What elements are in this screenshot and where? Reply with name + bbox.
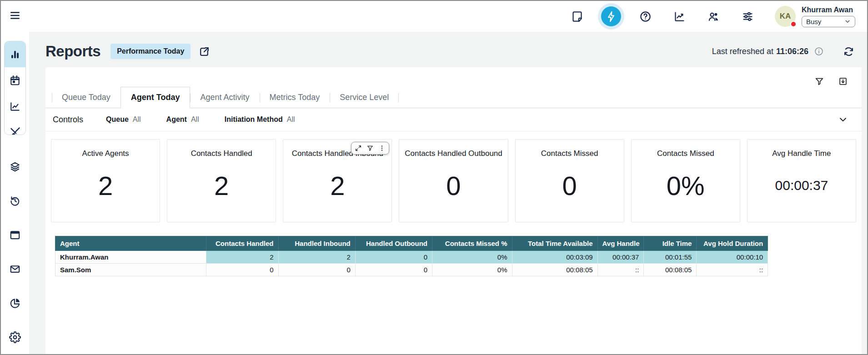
history-icon [9,195,21,207]
menu-hamburger-icon[interactable] [9,10,23,23]
tab-metrics-today[interactable]: Metrics Today [260,89,330,108]
download-icon[interactable] [838,76,848,86]
calendar-icon [9,75,21,86]
open-external-icon[interactable] [199,46,210,57]
metric-card-title: Contacts Handled [191,149,252,158]
filter-initiation-method[interactable]: Initiation Method All [225,115,295,124]
status-select-value: Busy [806,18,821,25]
note-icon[interactable] [567,6,587,26]
column-header-avg-hold-duration[interactable]: Avg Hold Duration [697,236,768,251]
funnel-icon[interactable] [814,76,824,86]
gear-icon [9,331,21,343]
sliders-icon[interactable] [738,6,758,26]
metric-cell: :: [597,264,644,276]
sidebar-item-calendar[interactable] [5,67,25,93]
tab-agent-activity[interactable]: Agent Activity [190,89,259,108]
sidebar-item-gear[interactable] [9,320,21,354]
sidebar-item-window[interactable] [9,218,21,252]
metric-card-value: 2 [98,158,113,222]
metric-card[interactable]: Contacts Missed 0% [631,139,740,222]
refresh-icon[interactable] [843,46,854,57]
topbar-icon-group: KA Khurram Awan Busy [553,6,855,27]
metric-cell: 00:08:05 [644,264,697,276]
sidebar-item-pie-chart[interactable] [9,286,21,320]
sidebar-item-layers[interactable] [9,150,21,184]
agent-name-cell: Khurram.Awan [55,251,206,264]
agent-table: AgentContacts HandledHandled InboundHand… [55,236,768,276]
filter-value: All [287,115,295,124]
column-header-agent[interactable]: Agent [55,236,206,251]
panel-toolbar [45,67,862,86]
column-header-idle-time[interactable]: Idle Time [644,236,697,251]
sidebar-item-mail[interactable] [9,252,21,286]
window-icon [9,229,21,241]
column-header-contacts-handled[interactable]: Contacts Handled [206,236,278,251]
sidebar-item-line-chart[interactable] [5,93,25,119]
metric-cell: 0 [206,264,278,276]
expand-icon[interactable] [355,145,362,152]
lightning-icon[interactable] [601,6,621,26]
metric-card[interactable]: Active Agents 2 [51,139,160,222]
funnel-icon[interactable] [366,145,374,152]
controls-row: Controls Queue AllAgent AllInitiation Me… [45,108,862,131]
metric-cell: 2 [206,251,278,264]
column-header-handled-outbound[interactable]: Handled Outbound [355,236,432,251]
metric-card[interactable]: Contacts Missed 0 [515,139,624,222]
tab-agent-today[interactable]: Agent Today [120,87,191,108]
sidebar-item-brush[interactable] [5,119,25,135]
metric-card[interactable]: Contacts Handled Inbound 2 [283,139,392,222]
last-refreshed-time: 11:06:26 [776,47,808,56]
tab-queue-today[interactable]: Queue Today [52,89,120,108]
table-row[interactable]: Khurram.Awan2200%00:03:0900:00:3700:01:5… [55,251,768,264]
help-icon[interactable] [635,6,655,26]
filter-value: All [133,115,141,124]
metric-cell: 0% [432,251,512,264]
info-icon[interactable] [814,46,824,56]
top-bar: KA Khurram Awan Busy [1,1,867,32]
user-block: Khurram Awan Busy [802,6,855,27]
filter-value: All [191,115,199,124]
chevron-down-icon [844,18,851,25]
sidebar-nav-list [9,150,21,354]
filter-name: Queue [106,115,129,124]
mail-icon [9,263,21,275]
metrics-icon[interactable] [669,6,689,26]
metric-cell: :: [697,264,768,276]
kebab-icon[interactable] [378,145,386,152]
avatar[interactable]: KA [775,6,796,27]
metric-card[interactable]: Contacts Handled Outbound 0 [399,139,508,222]
controls-collapse-chevron-icon[interactable] [838,115,848,125]
page-header: Reports Performance Today Last refreshed… [45,39,862,64]
tab-service-level[interactable]: Service Level [330,89,399,108]
metric-card[interactable]: Contacts Handled 2 [167,139,276,222]
metric-card-title: Active Agents [82,149,129,158]
sidebar-item-bar-chart[interactable] [5,41,25,67]
metric-cell: 0% [432,264,512,276]
column-header-contacts-missed-[interactable]: Contacts Missed % [432,236,512,251]
table-row[interactable]: Sam.Som0000%00:08:05::00:08:05:: [55,264,768,276]
sidebar-item-history[interactable] [9,184,21,218]
column-header-handled-inbound[interactable]: Handled Inbound [278,236,355,251]
filter-agent[interactable]: Agent All [166,115,199,124]
status-select[interactable]: Busy [802,16,855,27]
column-header-avg-handle[interactable]: Avg Handle [597,236,644,251]
column-header-total-time-available[interactable]: Total Time Available [512,236,597,251]
filter-name: Initiation Method [225,115,283,124]
line-chart-icon [9,100,21,112]
metric-card-title: Avg Handle Time [772,149,831,158]
metric-cell: 00:01:55 [644,251,697,264]
report-tabs: Queue TodayAgent TodayAgent ActivityMetr… [45,88,862,108]
user-name: Khurram Awan [802,6,855,14]
people-icon[interactable] [703,6,723,26]
agent-name-cell: Sam.Som [55,264,206,276]
controls-label: Controls [53,115,83,125]
metric-card[interactable]: Avg Handle Time 00:00:37 [747,139,856,222]
last-refreshed: Last refreshed at 11:06:26 [712,46,854,57]
metric-cell: 00:03:09 [512,251,597,264]
report-badge[interactable]: Performance Today [110,44,191,59]
metric-cards-row: Active Agents 2Contacts Handled 2Contact… [45,131,862,222]
sidebar [1,32,29,354]
last-refreshed-label: Last refreshed at [712,47,773,56]
filter-name: Agent [166,115,187,124]
filter-queue[interactable]: Queue All [106,115,141,124]
